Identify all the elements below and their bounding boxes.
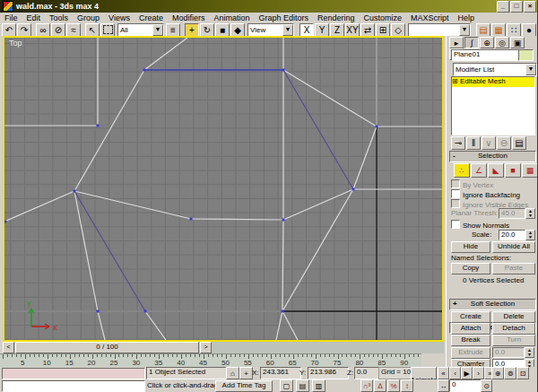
menu-help[interactable]: Help <box>454 13 480 22</box>
tab-create[interactable]: ▸ <box>449 37 464 48</box>
turn-button[interactable]: Turn <box>492 335 535 346</box>
planar-thresh-spinner[interactable]: ▲▼ <box>525 208 535 219</box>
z-coordinate-field[interactable]: 0.0 <box>354 367 381 379</box>
viewport-canvas[interactable]: xY <box>4 38 442 340</box>
menu-maxscript[interactable]: MAXScript <box>406 13 454 22</box>
zoom-button[interactable]: ⊕ <box>491 367 504 379</box>
create-button[interactable]: Create <box>451 311 490 323</box>
menu-create[interactable]: Create <box>134 13 168 22</box>
make-unique-button[interactable]: ∨ <box>482 136 496 150</box>
named-selection-sets-dropdown[interactable]: ▼ <box>408 23 471 36</box>
close-button[interactable]: × <box>524 1 536 13</box>
remove-modifier-button[interactable]: ⊖ <box>497 136 511 150</box>
x-coordinate-field[interactable]: 243.361 <box>260 367 301 379</box>
modifier-list-dropdown[interactable]: Modifier List ▼ <box>453 63 537 76</box>
zoom-extents-button[interactable]: ⊡ <box>516 367 529 379</box>
menu-graph-editors[interactable]: Graph Editors <box>254 13 313 22</box>
hide-button[interactable]: Hide <box>451 241 490 253</box>
align-button[interactable]: ◇ <box>391 23 405 36</box>
select-and-move-button[interactable]: + <box>185 23 199 36</box>
object-color-swatch[interactable] <box>518 49 534 61</box>
extrude-field[interactable]: 0.0 <box>492 347 525 358</box>
transform-gizmo-button[interactable]: ▥ <box>312 379 325 392</box>
mirror-button[interactable]: ⇄ <box>360 23 375 36</box>
rollout-selection[interactable]: - Selection <box>449 151 536 162</box>
track-view-button[interactable]: ▤ <box>476 23 490 36</box>
selection-lock-toggle[interactable]: ⌂ <box>226 367 239 379</box>
restrict-y-button[interactable]: Y <box>315 23 329 36</box>
select-and-scale-button[interactable]: ■ <box>215 23 230 36</box>
zoom-all-button[interactable]: ⊚ <box>504 367 516 379</box>
show-normals-checkbox[interactable]: Show Normals <box>451 220 509 230</box>
angle-snap-button[interactable]: ∆ <box>374 379 386 392</box>
select-object-button[interactable]: ↖ <box>85 23 100 36</box>
tab-modify[interactable]: ∫ <box>464 37 479 48</box>
show-end-result-button[interactable]: ‖ <box>466 136 481 150</box>
go-to-start-button[interactable]: « <box>438 367 449 379</box>
object-name-field[interactable]: Plane01 <box>451 49 519 61</box>
crossing-selection-button[interactable]: ▢ <box>280 379 293 392</box>
snap-toggle-3d-button[interactable]: ∩³ <box>360 379 373 392</box>
unhide-all-button[interactable]: Unhide All <box>492 241 535 253</box>
menu-edit[interactable]: Edit <box>22 13 46 22</box>
restrict-z-button[interactable]: Z <box>330 23 344 36</box>
maximize-button[interactable]: □ <box>510 1 523 13</box>
select-and-link-button[interactable]: ∞ <box>36 23 50 36</box>
manipulate-button[interactable]: ◆ <box>230 23 245 36</box>
ignore-backfacing-checkbox[interactable]: Ignore Backfacing <box>451 189 520 199</box>
viewport-label[interactable]: Top <box>9 39 22 48</box>
time-slider-handle[interactable]: 0 / 100 <box>15 342 199 353</box>
add-time-tag-button[interactable]: Add Time Tag <box>215 380 273 392</box>
y-coordinate-field[interactable]: 213.986 <box>308 367 349 379</box>
viewport-top[interactable]: Top xY <box>3 36 444 342</box>
reference-coordinate-dropdown[interactable]: View▼ <box>247 23 294 36</box>
unlink-selection-button[interactable]: ⊘ <box>51 23 65 36</box>
menu-animation[interactable]: Animation <box>209 13 254 22</box>
current-frame-field[interactable]: 0 <box>449 379 483 392</box>
extrude-button[interactable]: Extrude <box>451 347 490 359</box>
menu-file[interactable]: File <box>0 13 22 22</box>
menu-customize[interactable]: Customize <box>360 13 407 22</box>
time-configuration-button[interactable]: ⊙ <box>481 379 492 392</box>
copy-button[interactable]: Copy <box>451 263 490 274</box>
menu-group[interactable]: Group <box>73 13 104 22</box>
redo-button[interactable]: ↷ <box>17 23 31 36</box>
plus-box-icon[interactable]: ⊞ <box>452 77 460 85</box>
key-mode-toggle[interactable]: ↔ <box>438 379 449 392</box>
region-select-button[interactable] <box>100 23 115 36</box>
rollout-soft-selection[interactable]: + Soft Selection <box>449 299 536 310</box>
sub-object-element-button[interactable]: ▦ <box>522 163 538 178</box>
render-scene-button[interactable]: ● <box>522 23 536 36</box>
scale-field[interactable]: 20.0 <box>499 230 525 240</box>
time-slider-prev-button[interactable]: < <box>3 342 14 353</box>
select-by-name-button[interactable]: ≡ <box>166 23 180 36</box>
array-button[interactable]: ⊞ <box>376 23 390 36</box>
by-vertex-checkbox[interactable]: By Vertex <box>451 179 493 189</box>
menu-views[interactable]: Views <box>104 13 134 22</box>
spinner-snap-button[interactable]: ↕ <box>401 379 413 392</box>
menu-modifiers[interactable]: Modifiers <box>168 13 210 22</box>
sub-object-polygon-button[interactable]: ■ <box>505 163 521 178</box>
restrict-xy-plane-button[interactable]: XY <box>345 23 360 36</box>
break-button[interactable]: Break <box>451 335 490 346</box>
sub-object-face-button[interactable]: ◣ <box>488 163 504 178</box>
bind-to-space-warp-button[interactable]: ≈ <box>66 23 81 36</box>
material-editor-button[interactable]: ∷ <box>507 23 521 36</box>
menu-rendering[interactable]: Rendering <box>313 13 360 22</box>
schematic-view-button[interactable]: ▦ <box>491 23 506 36</box>
selection-filter-dropdown[interactable]: All▼ <box>117 23 164 36</box>
planar-thresh-field[interactable]: 45.0 <box>499 208 525 219</box>
select-and-rotate-button[interactable]: ↻ <box>200 23 214 36</box>
tab-display[interactable]: ▣ <box>510 37 525 48</box>
modifier-stack-item-editable-mesh[interactable]: ⊞ Editable Mesh <box>452 77 534 87</box>
tab-motion[interactable]: ◎ <box>495 37 509 48</box>
sub-object-vertex-button[interactable]: ∴ <box>454 163 470 178</box>
time-slider-next-button[interactable]: > <box>200 342 212 353</box>
attach-button[interactable]: Attach <box>451 323 490 335</box>
paste-button[interactable]: Paste <box>492 263 535 274</box>
percent-snap-button[interactable]: % <box>387 379 400 392</box>
degradation-override-button[interactable]: ▤ <box>296 379 309 392</box>
macro-recorder-line[interactable] <box>2 368 145 379</box>
sub-object-edge-button[interactable]: ∠ <box>471 163 487 178</box>
undo-button[interactable]: ↶ <box>2 23 16 36</box>
